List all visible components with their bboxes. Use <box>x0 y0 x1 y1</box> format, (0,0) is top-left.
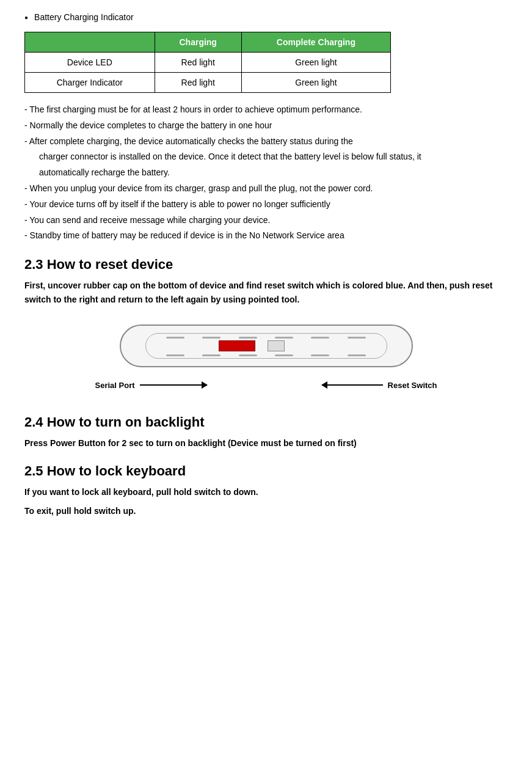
dashes-bottom <box>158 354 375 356</box>
table-cell-device-led: Device LED <box>25 53 155 73</box>
table-row: Charger Indicator Red light Green light <box>25 73 391 93</box>
table-cell-charger-indicator-charging: Red light <box>155 73 241 93</box>
section25-title: 2.5 How to lock keyboard <box>24 463 508 479</box>
battery-charging-indicator-bullet: ● Battery Charging Indicator <box>24 12 508 22</box>
table-header-col2: Charging <box>155 32 241 53</box>
section23-title: 2.3 How to reset device <box>24 257 508 273</box>
section24-para: Press Power Button for 2 sec to turn on … <box>24 436 508 450</box>
dash-icon <box>202 354 220 356</box>
section25-para2: To exit, pull hold switch up. <box>24 504 508 518</box>
table-cell-device-led-charging: Red light <box>155 53 241 73</box>
dash-icon <box>239 337 257 339</box>
note-line-5: automatically recharge the battery. <box>24 166 508 180</box>
dash-icon <box>348 354 366 356</box>
dash-icon <box>311 354 329 356</box>
serial-port-label-group: Serial Port <box>95 381 207 390</box>
section25: 2.5 How to lock keyboard If you want to … <box>24 463 508 518</box>
diagram-labels-row: Serial Port Reset Switch <box>95 381 437 390</box>
table-cell-charger-indicator-complete: Green light <box>241 73 390 93</box>
table-cell-charger-indicator: Charger Indicator <box>25 73 155 93</box>
section25-para1: If you want to lock all keyboard, pull h… <box>24 485 508 499</box>
serial-port-label: Serial Port <box>95 381 135 390</box>
note-line-7: - Your device turns off by itself if the… <box>24 197 508 212</box>
note-line-3: - After complete charging, the device au… <box>24 134 508 149</box>
device-body <box>120 324 413 373</box>
battery-charging-indicator-label: Battery Charging Indicator <box>34 12 134 22</box>
dash-icon <box>239 354 257 356</box>
table-cell-device-led-complete: Green light <box>241 53 390 73</box>
note-line-2: - Normally the device completes to charg… <box>24 119 508 133</box>
dash-icon <box>275 354 293 356</box>
note-line-8: - You can send and receive message while… <box>24 213 508 228</box>
note-line-1: - The first charging must be for at leas… <box>24 103 508 117</box>
bullet-dot-icon: ● <box>24 14 28 21</box>
device-diagram: Serial Port Reset Switch <box>83 324 450 390</box>
table-row: Device LED Red light Green light <box>25 53 391 73</box>
dash-icon <box>311 337 329 339</box>
section24: 2.4 How to turn on backlight Press Power… <box>24 414 508 450</box>
note-line-4: charger connector is installed on the de… <box>24 150 508 164</box>
note-line-6: - When you unplug your device from its c… <box>24 182 508 196</box>
dash-icon <box>202 337 220 339</box>
reset-switch-label: Reset Switch <box>388 381 437 390</box>
table-header-col3: Complete Charging <box>241 32 390 53</box>
section24-title: 2.4 How to turn on backlight <box>24 414 508 430</box>
dash-icon <box>166 354 184 356</box>
reset-switch-component <box>268 340 285 351</box>
serial-port-component <box>219 340 255 351</box>
device-outer-shell <box>120 324 413 367</box>
dashes-top <box>158 337 375 339</box>
charging-table: Charging Complete Charging Device LED Re… <box>24 32 391 93</box>
table-header-row: Charging Complete Charging <box>25 32 391 53</box>
section23-para: First, uncover rubber cap on the bottom … <box>24 279 508 306</box>
dash-icon <box>348 337 366 339</box>
notes-section: - The first charging must be for at leas… <box>24 103 508 243</box>
note-line-9: - Standby time of battery may be reduced… <box>24 229 508 243</box>
reset-switch-label-group: Reset Switch <box>322 381 437 390</box>
dash-icon <box>275 337 293 339</box>
dash-icon <box>166 337 184 339</box>
table-header-col1 <box>25 32 155 53</box>
